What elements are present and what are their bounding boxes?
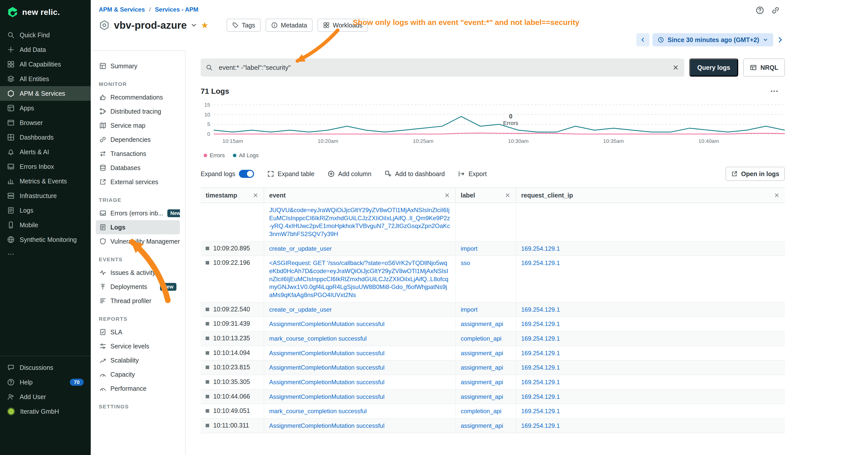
time-range-picker[interactable]: Since 30 minutes ago (GMT+2) xyxy=(652,33,773,46)
close-icon[interactable] xyxy=(504,192,510,198)
sidebar-item-all-entities[interactable]: All Entities xyxy=(0,71,91,86)
subnav-item-recommendations[interactable]: Recommendations xyxy=(96,90,180,104)
expand-table-button[interactable]: Expand table xyxy=(267,170,314,177)
event-value-link[interactable]: mark_course_completion successful xyxy=(269,334,367,343)
event-value-link[interactable]: AssignmentCompletionMutation successful xyxy=(269,349,384,357)
sidebar-item-iterativ-gmbh[interactable]: Iterativ GmbH xyxy=(0,404,91,419)
label-value-link[interactable]: completion_api xyxy=(461,334,501,343)
entity-caret-down-icon[interactable] xyxy=(191,22,197,28)
ip-value-link[interactable]: 169.254.129.1 xyxy=(521,245,560,253)
open-in-logs-button[interactable]: Open in logs xyxy=(725,167,785,181)
sidebar-item-alerts-ai[interactable]: Alerts & AI xyxy=(0,144,91,159)
legend-item-all-logs[interactable]: All Logs xyxy=(233,152,258,159)
logs-query-input[interactable] xyxy=(200,64,684,71)
export-button[interactable]: Export xyxy=(458,170,487,177)
chart-plot-area[interactable]: 0Errors xyxy=(214,102,785,138)
label-value-link[interactable]: completion_api xyxy=(461,407,501,415)
expand-logs-toggle[interactable] xyxy=(239,170,254,178)
label-value-link[interactable]: assignment_api xyxy=(461,349,503,357)
sidebar-item-dashboards[interactable]: Dashboards xyxy=(0,130,91,144)
logs-query-bar[interactable] xyxy=(200,59,684,76)
event-value-link[interactable]: AssignmentCompletionMutation successful xyxy=(269,422,384,430)
ip-value-link[interactable]: 169.254.129.1 xyxy=(521,334,560,343)
subnav-item-thread-profiler[interactable]: Thread profiler xyxy=(96,294,180,308)
ip-value-link[interactable]: 169.254.129.1 xyxy=(521,422,560,430)
log-row[interactable]: 10:10:13.235 mark_course_completion succ… xyxy=(200,331,785,346)
help-circle-icon[interactable] xyxy=(755,6,764,14)
sidebar-item-synthetic-monitoring[interactable]: Synthetic Monitoring xyxy=(0,232,91,247)
label-value-link[interactable]: assignment_api xyxy=(461,378,503,386)
subnav-item-sla[interactable]: SLA xyxy=(96,325,180,339)
subnav-item-service-levels[interactable]: Service levels xyxy=(96,339,180,353)
subnav-item-dependencies[interactable]: Dependencies xyxy=(96,132,180,147)
subnav-item-transactions[interactable]: Transactions xyxy=(96,147,180,161)
row-expand-icon[interactable] xyxy=(206,247,209,250)
subnav-item-external-services[interactable]: External services xyxy=(96,175,180,189)
sidebar-item-metrics-events[interactable]: Metrics & Events xyxy=(0,174,91,189)
close-icon[interactable] xyxy=(444,192,450,198)
close-icon[interactable] xyxy=(774,192,780,198)
metadata-button[interactable]: Metadata xyxy=(266,19,312,32)
subnav-item-databases[interactable]: Databases xyxy=(96,161,180,175)
label-value-link[interactable]: import xyxy=(461,305,477,314)
event-value-link[interactable]: AssignmentCompletionMutation successful xyxy=(269,363,384,371)
favorite-star-icon[interactable]: ★ xyxy=(201,21,209,30)
ip-value-link[interactable]: 169.254.129.1 xyxy=(521,305,560,314)
ip-value-link[interactable]: 169.254.129.1 xyxy=(521,378,560,386)
add-to-dashboard-button[interactable]: Add to dashboard xyxy=(384,170,445,177)
sidebar-item-help[interactable]: Help70 xyxy=(0,375,91,390)
sidebar-item-more[interactable] xyxy=(0,247,91,261)
newrelic-logo[interactable]: new relic. xyxy=(0,0,91,24)
workloads-button[interactable]: Workloads xyxy=(317,19,368,32)
label-value-link[interactable]: assignment_api xyxy=(461,363,503,371)
nrql-button[interactable]: NRQL xyxy=(743,59,785,76)
ip-value-link[interactable]: 169.254.129.1 xyxy=(521,259,560,267)
sidebar-item-add-user[interactable]: Add User xyxy=(0,390,91,404)
sidebar-item-errors-inbox[interactable]: Errors Inbox xyxy=(0,159,91,174)
subnav-item-service-map[interactable]: Service map xyxy=(96,119,180,132)
column-header-timestamp[interactable]: timestamp xyxy=(200,188,264,202)
subnav-item-scalability[interactable]: Scalability xyxy=(96,353,180,367)
log-row[interactable]: JUQVU&code=eyJraWQiOiJjcGltY29yZV8wOTl1M… xyxy=(200,203,785,241)
sidebar-item-quick-find[interactable]: Quick Find xyxy=(0,28,91,42)
subnav-item-errors-errors-inb[interactable]: Errors (errors inb...New xyxy=(96,206,180,220)
tags-button[interactable]: Tags xyxy=(226,19,260,32)
event-value-link[interactable]: create_or_update_user xyxy=(269,305,332,314)
subnav-item-deployments[interactable]: DeploymentsNew xyxy=(96,280,180,294)
event-value-link[interactable]: AssignmentCompletionMutation successful xyxy=(269,393,384,401)
add-column-button[interactable]: Add column xyxy=(328,170,372,177)
row-expand-icon[interactable] xyxy=(206,261,209,264)
clear-query-icon[interactable] xyxy=(672,64,679,71)
sidebar-item-browser[interactable]: Browser xyxy=(0,116,91,130)
row-expand-icon[interactable] xyxy=(206,365,209,369)
column-header-request-client-ip[interactable]: request_client_ip xyxy=(516,188,785,202)
row-expand-icon[interactable] xyxy=(206,336,209,340)
log-row[interactable]: 10:10:23.815 AssignmentCompletionMutatio… xyxy=(200,360,785,375)
subnav-item-issues-activity[interactable]: Issues & activity xyxy=(96,265,180,280)
sidebar-item-all-capabilities[interactable]: All Capabilities xyxy=(0,57,91,71)
event-value-link[interactable]: AssignmentCompletionMutation successful xyxy=(269,320,384,328)
label-value-link[interactable]: sso xyxy=(461,259,470,267)
sidebar-item-discussions[interactable]: Discussions xyxy=(0,360,91,375)
event-value-link[interactable]: mark_course_completion successful xyxy=(269,407,367,415)
permalink-icon[interactable] xyxy=(771,6,780,14)
subnav-item-logs[interactable]: Logs xyxy=(96,220,180,234)
log-row[interactable]: 10:10:35.305 AssignmentCompletionMutatio… xyxy=(200,375,785,390)
time-back-button[interactable] xyxy=(637,33,650,46)
subnav-item-performance[interactable]: Performance xyxy=(96,382,180,395)
sidebar-item-mobile[interactable]: Mobile xyxy=(0,218,91,232)
ip-value-link[interactable]: 169.254.129.1 xyxy=(521,407,560,415)
label-value-link[interactable]: assignment_api xyxy=(461,422,503,430)
breadcrumb-services-apm[interactable]: Services - APM xyxy=(155,6,198,13)
event-value-link[interactable]: <ASGIRequest: GET '/sso/callback/?state=… xyxy=(269,259,450,299)
sidebar-item-add-data[interactable]: Add Data xyxy=(0,42,91,57)
row-expand-icon[interactable] xyxy=(206,409,209,413)
ip-value-link[interactable]: 169.254.129.1 xyxy=(521,393,560,401)
column-header-event[interactable]: event xyxy=(264,188,456,202)
row-expand-icon[interactable] xyxy=(206,322,209,325)
event-value-link[interactable]: JUQVU&code=eyJraWQiOiJjcGltY29yZV8wOTl1M… xyxy=(269,206,450,238)
query-logs-button[interactable]: Query logs xyxy=(689,59,739,76)
legend-item-errors[interactable]: Errors xyxy=(204,152,225,159)
row-expand-icon[interactable] xyxy=(206,424,209,427)
ip-value-link[interactable]: 169.254.129.1 xyxy=(521,349,560,357)
